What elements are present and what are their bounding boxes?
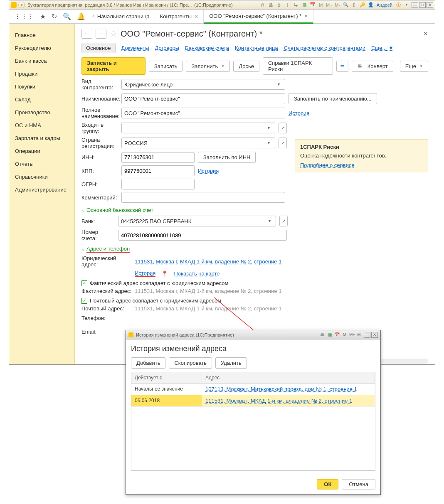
calendar-icon[interactable]: 📅: [309, 2, 316, 8]
subtab-accounts[interactable]: Счета расчетов с контрагентами: [284, 45, 365, 51]
panel-icon[interactable]: ▯: [351, 2, 358, 8]
kpp-input[interactable]: [121, 165, 195, 176]
mplus-icon[interactable]: M+: [326, 2, 333, 8]
sidebar-item[interactable]: Продажи: [9, 67, 74, 80]
nav-back-button[interactable]: ←: [81, 29, 92, 39]
subtab-contracts[interactable]: Договоры: [155, 45, 179, 51]
country-select[interactable]: РОССИЯ ▼: [121, 138, 275, 148]
minimize-button[interactable]: —: [412, 2, 418, 8]
name-input[interactable]: [121, 93, 285, 104]
legal-addr-link[interactable]: 111531, Москва г, МКАД 1-й км, владение …: [135, 258, 281, 265]
subtab-main[interactable]: Основное: [81, 43, 116, 53]
fullname-input[interactable]: ООО "Ремонт-сервис" …: [121, 108, 285, 118]
calc-icon[interactable]: ▦: [301, 2, 308, 8]
sidebar-item[interactable]: Администрирование: [9, 183, 74, 196]
tab-contragents[interactable]: Контрагенты ✕: [155, 10, 204, 23]
mminus-icon[interactable]: M-: [334, 2, 341, 8]
addr-section-header[interactable]: ⌄Адрес и телефон: [81, 246, 428, 253]
comment-input[interactable]: [121, 192, 285, 203]
acc-input[interactable]: [118, 230, 287, 241]
group-select[interactable]: ▼: [121, 123, 275, 133]
fill-by-name-button[interactable]: Заполнить по наименованию...: [289, 93, 377, 104]
print-icon[interactable]: 🖶: [319, 332, 326, 338]
copy-button[interactable]: Скопировать: [169, 357, 212, 365]
star-icon[interactable]: ☆: [110, 29, 117, 39]
sidebar-item[interactable]: Покупки: [9, 80, 74, 93]
sidebar-item[interactable]: ОС и НМА: [9, 119, 74, 132]
envelope-button[interactable]: 🖶 Конверт: [352, 61, 393, 72]
printer-icon[interactable]: 🖶: [268, 2, 274, 8]
fill-button[interactable]: Заполнить▼: [186, 61, 230, 72]
open-ext-icon[interactable]: ↗: [279, 138, 287, 148]
subtab-bank[interactable]: Банковские счета: [185, 45, 229, 51]
delete-button[interactable]: Удалить: [215, 357, 247, 365]
calendar-icon[interactable]: 📅: [334, 332, 340, 338]
subtab-contacts[interactable]: Контактные лица: [235, 45, 278, 51]
sidebar-item[interactable]: Справочники: [9, 170, 74, 183]
open-ext-icon[interactable]: ↗: [279, 216, 288, 226]
compare-icon[interactable]: ⇆: [293, 2, 299, 8]
ogrn-input[interactable]: [121, 179, 195, 189]
save-close-button[interactable]: Записать и закрыть: [81, 57, 146, 75]
sidebar-item[interactable]: Руководителю: [9, 42, 74, 54]
save-button[interactable]: Записать: [149, 61, 183, 72]
sidebar-item[interactable]: Зарплата и кадры: [9, 132, 74, 145]
spark-link[interactable]: Подробнее о сервисе: [300, 162, 355, 168]
bank-section-header[interactable]: ⌄Основной банковский счет: [81, 207, 428, 213]
bank-select[interactable]: 044525225 ПАО СБЕРБАНК ▼: [118, 216, 276, 226]
save-icon[interactable]: ⭳: [284, 2, 291, 8]
info-icon[interactable]: ⓘ: [395, 2, 402, 8]
m-icon[interactable]: M: [318, 2, 324, 8]
nav-fwd-button[interactable]: →: [96, 29, 106, 39]
sidebar-item[interactable]: Склад: [9, 93, 74, 106]
calc-icon[interactable]: ▦: [326, 332, 333, 338]
zoom-icon[interactable]: 🔍: [343, 2, 349, 8]
dialog-close-button[interactable]: ✕: [371, 332, 378, 338]
kpp-history-link[interactable]: История: [198, 168, 219, 174]
open-ext-icon[interactable]: ↗: [279, 123, 287, 133]
spark-button[interactable]: Справки 1СПАРК Риски: [263, 57, 333, 75]
tab-close-icon[interactable]: ✕: [304, 13, 308, 19]
inn-input[interactable]: [121, 152, 195, 163]
add-button[interactable]: Добавить: [131, 357, 165, 365]
favorite-icon[interactable]: ★: [40, 12, 46, 20]
fill-inn-button[interactable]: Заполнить по ИНН: [198, 152, 256, 163]
history-link[interactable]: История: [289, 110, 309, 116]
print-icon[interactable]: ⎙: [259, 2, 266, 8]
show-map-link[interactable]: Показать на карте: [174, 270, 220, 277]
maximize-button[interactable]: □: [419, 2, 426, 8]
sidebar-item[interactable]: Операции: [9, 145, 74, 157]
key-icon[interactable]: 🔑: [359, 2, 366, 8]
sidebar-item[interactable]: Производство: [9, 106, 74, 119]
mminus-icon[interactable]: M-: [356, 332, 363, 338]
search-icon[interactable]: 🔍: [63, 12, 71, 20]
ellipsis-icon[interactable]: …: [275, 111, 282, 115]
tab-home[interactable]: ⌂ Начальная страница: [86, 10, 155, 23]
mplus-icon[interactable]: M+: [349, 332, 355, 338]
info-drop-icon[interactable]: ▾: [403, 2, 410, 8]
history-icon[interactable]: ↻: [52, 12, 57, 20]
dossier-button[interactable]: Досье: [233, 61, 259, 72]
close-window-button[interactable]: ✕: [427, 2, 433, 8]
dialog-maximize-button[interactable]: □: [364, 332, 370, 338]
type-select[interactable]: Юридическое лицо ▼: [121, 79, 285, 90]
tab-contragent-form[interactable]: ООО "Ремонт-сервис" (Контрагент) * ✕: [204, 10, 313, 24]
titlebar-drop-icon[interactable]: ▾: [18, 2, 25, 8]
addr-history-link[interactable]: История: [135, 270, 155, 277]
form-close-icon[interactable]: ✕: [423, 30, 428, 37]
subtab-docs[interactable]: Документы: [121, 45, 149, 51]
more-button[interactable]: Еще▼: [400, 61, 428, 72]
tab-close-icon[interactable]: ✕: [194, 14, 198, 20]
apps-icon[interactable]: ⋮⋮⋮: [14, 12, 34, 20]
m-icon[interactable]: M: [341, 332, 348, 338]
subtab-more[interactable]: Еще... ▼: [371, 45, 394, 51]
user-name[interactable]: Андрей: [377, 2, 392, 7]
sidebar-item[interactable]: Отчеты: [9, 157, 74, 170]
list-icon-button[interactable]: ≣: [336, 61, 348, 72]
post-same-checkbox[interactable]: ✓ Почтовый адрес совпадает с юридическим…: [81, 297, 428, 304]
sidebar-item[interactable]: Банк и касса: [9, 54, 74, 67]
doc-icon[interactable]: 🗎: [276, 2, 283, 8]
sidebar-item[interactable]: Главное: [9, 29, 74, 42]
bell-icon[interactable]: 🔔: [77, 12, 85, 20]
fact-same-checkbox[interactable]: ✓ Фактический адрес совпадает с юридичес…: [81, 280, 428, 286]
